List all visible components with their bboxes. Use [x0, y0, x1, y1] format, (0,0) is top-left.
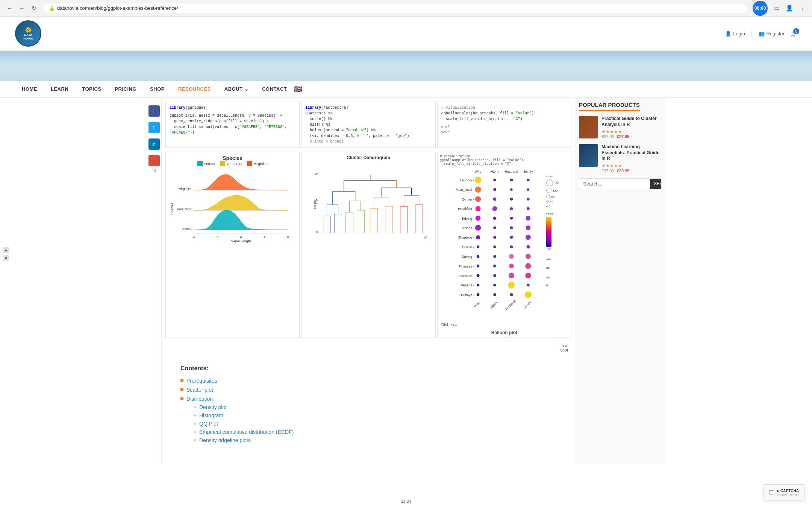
svg-point-123: [508, 273, 514, 278]
product-item-2[interactable]: Machine Learning Essentials: Practical G…: [579, 144, 662, 173]
contents-title: Contents:: [180, 365, 556, 372]
nav-contact[interactable]: CONTACT: [255, 81, 294, 97]
search-input[interactable]: [579, 179, 650, 189]
product-thumb-1: [579, 116, 598, 138]
lock-icon: 🔒: [49, 6, 55, 11]
login-button[interactable]: 👤 Login: [725, 31, 745, 37]
balloon-code: # Visualization ggballoonplot(housetasks…: [440, 154, 569, 166]
separator: |: [751, 30, 753, 37]
svg-text:↙: ↙: [424, 235, 427, 239]
add-person-icon: 👥: [759, 31, 765, 37]
reload-button[interactable]: ↻: [29, 3, 39, 14]
link-qq[interactable]: QQ Plot: [199, 421, 218, 427]
nav-home[interactable]: HOME: [15, 81, 44, 97]
address-bar[interactable]: 🔒 datanovia.com/en/blog/ggplot-examples-…: [43, 3, 749, 13]
svg-point-131: [476, 293, 479, 296]
main-nav: HOME LEARN TOPICS PRICING SHOP RESOURCES…: [0, 81, 812, 98]
link-ridgeline[interactable]: Density ridgeline plots: [199, 437, 251, 443]
sublist-item-ecdf: Empirical cumulative distribution (ECDF): [194, 429, 294, 435]
svg-point-119: [525, 263, 531, 269]
link-density[interactable]: Density plot: [199, 404, 227, 410]
legend-versicolor: versicolor: [220, 161, 243, 166]
register-button[interactable]: 👥 Register: [759, 31, 785, 37]
svg-text:Repairs -: Repairs -: [461, 283, 474, 287]
list-item-scatter: Scatter plot: [180, 387, 556, 393]
price-old-2: €37.00: [601, 169, 614, 173]
scroll-down-arrow[interactable]: ▼: [3, 255, 9, 261]
browser-time: 21:24: [398, 498, 414, 504]
site-logo[interactable]: 🌞 DATA NOVIA: [15, 20, 41, 47]
twitter-icon[interactable]: t: [148, 122, 160, 133]
svg-point-117: [493, 265, 496, 268]
balloon-grid-main: Wife Altern. Husband Jointly Laundry -: [440, 167, 545, 321]
product-item-1[interactable]: Practical Guide to Cluster Analysis in R…: [579, 116, 662, 139]
balloon-chart-area: Wife Altern. Husband Jointly Laundry -: [440, 167, 569, 321]
nav-learn[interactable]: LEARN: [44, 81, 75, 97]
svg-point-106: [476, 245, 479, 248]
scroll-up-arrow[interactable]: ▲: [3, 247, 9, 253]
person-icon: 👤: [725, 31, 731, 37]
back-button[interactable]: ←: [5, 3, 15, 14]
nav-pricing[interactable]: PRICING: [108, 81, 143, 97]
link-scatter[interactable]: Scatter plot: [186, 387, 213, 393]
nav-topics[interactable]: TOPICS: [75, 81, 108, 97]
profile-button[interactable]: 👤: [784, 3, 795, 14]
linkedin-icon[interactable]: in: [148, 138, 160, 150]
nav-resources[interactable]: RESOURCES: [171, 81, 218, 97]
bullet-ridgeline: [194, 439, 196, 441]
svg-point-128: [508, 282, 515, 289]
svg-text:Altern.: Altern.: [490, 170, 500, 173]
svg-text:Jointly: Jointly: [523, 170, 533, 173]
svg-point-121: [476, 274, 479, 277]
link-prerequisites[interactable]: Prerequisites: [186, 378, 217, 384]
dishes-label: Dishes =: [440, 321, 569, 329]
svg-text:versicolor: versicolor: [177, 207, 192, 211]
googleplus-icon[interactable]: +: [148, 155, 160, 166]
svg-text:Wife: Wife: [474, 170, 481, 173]
svg-point-83: [510, 198, 513, 201]
svg-point-81: [475, 196, 481, 202]
search-button[interactable]: SEARCH: [650, 179, 662, 189]
virginica-color: [247, 161, 252, 166]
popular-products-section: POPULAR PRODUCTS Practical Guide to Clus…: [579, 102, 662, 189]
svg-point-73: [510, 178, 513, 181]
recaptcha-widget: □ reCAPTCHA Privacy - Terms: [764, 484, 804, 500]
svg-point-102: [493, 236, 496, 239]
svg-text:Species: Species: [171, 202, 174, 214]
code-blocks-row: library(ggridges) ggplot(iris, aes(x = S…: [165, 102, 571, 148]
sublist-item-ridgeline: Density ridgeline plots: [194, 437, 294, 443]
link-distribution[interactable]: Distribution: [186, 396, 213, 402]
svg-text:Tidying -: Tidying -: [461, 217, 474, 221]
timer-badge: 00:00: [753, 1, 768, 16]
nav-about[interactable]: ABOUT ⌄: [218, 81, 255, 97]
svg-text:Husband: Husband: [504, 299, 517, 311]
svg-point-77: [493, 188, 496, 191]
svg-text:5: 5: [217, 236, 218, 239]
price-new-2: €29.95: [617, 169, 630, 173]
svg-text:Dishes -: Dishes -: [462, 226, 474, 230]
svg-point-111: [476, 255, 479, 258]
product-price-2: €37.00 €29.95: [601, 169, 662, 173]
browser-actions: ▭ 👤 ⋮: [771, 3, 807, 14]
list-item-distribution: Distribution Density plot Histogram: [180, 396, 556, 446]
website: 🌞 DATA NOVIA 👤 Login | 👥 Register 🛒 0: [0, 17, 812, 508]
language-flag[interactable]: 🇬🇧: [294, 85, 302, 93]
facebook-icon[interactable]: f: [148, 105, 160, 117]
svg-point-124: [525, 273, 531, 278]
cart-button[interactable]: 🛒 0: [791, 30, 797, 37]
svg-point-71: [474, 176, 481, 183]
link-histogram[interactable]: Histogram: [199, 412, 223, 418]
species-label: Species: [223, 155, 242, 161]
bullet-distribution: [180, 397, 183, 400]
forward-button[interactable]: →: [17, 3, 27, 14]
svg-text:0-: 0-: [316, 230, 319, 234]
url-text: datanovia.com/en/blog/ggplot-examples-be…: [57, 5, 178, 11]
svg-point-109: [526, 245, 530, 249]
link-ecdf[interactable]: Empirical cumulative distribution (ECDF): [199, 429, 294, 435]
extensions-button[interactable]: ▭: [771, 3, 782, 14]
svg-point-97: [493, 226, 496, 229]
svg-text:4: 4: [193, 236, 195, 239]
menu-button[interactable]: ⋮: [797, 3, 807, 14]
svg-point-104: [526, 235, 531, 240]
nav-shop[interactable]: SHOP: [143, 81, 171, 97]
